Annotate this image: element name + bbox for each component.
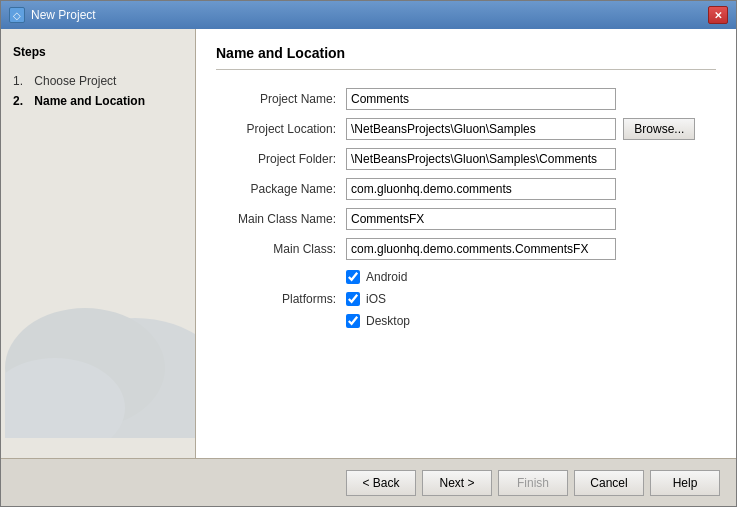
project-folder-row: Project Folder: bbox=[216, 144, 716, 174]
watermark bbox=[5, 238, 195, 438]
help-button[interactable]: Help bbox=[650, 470, 720, 496]
desktop-label: Desktop bbox=[366, 314, 410, 328]
project-name-row: Project Name: bbox=[216, 84, 716, 114]
ios-label: iOS bbox=[366, 292, 386, 306]
main-class-name-label: Main Class Name: bbox=[216, 204, 346, 234]
project-name-input[interactable] bbox=[346, 88, 616, 110]
step-2: 2. Name and Location bbox=[13, 91, 183, 111]
ios-checkbox[interactable] bbox=[346, 292, 360, 306]
android-checkbox-row: Android bbox=[346, 268, 716, 286]
window-title: New Project bbox=[31, 8, 96, 22]
sidebar: Steps 1. Choose Project 2. Name and Loca… bbox=[1, 29, 196, 458]
package-name-input[interactable] bbox=[346, 178, 616, 200]
platforms-label: Platforms: bbox=[216, 264, 346, 334]
ios-checkbox-row: iOS bbox=[346, 290, 716, 308]
package-name-label: Package Name: bbox=[216, 174, 346, 204]
title-bar: ◇ New Project ✕ bbox=[1, 1, 736, 29]
form-table: Project Name: Project Location: Browse..… bbox=[216, 84, 716, 334]
android-label: Android bbox=[366, 270, 407, 284]
back-button[interactable]: < Back bbox=[346, 470, 416, 496]
main-class-name-input[interactable] bbox=[346, 208, 616, 230]
project-location-row: Project Location: Browse... bbox=[216, 114, 716, 144]
project-folder-input[interactable] bbox=[346, 148, 616, 170]
panel-title: Name and Location bbox=[216, 45, 716, 70]
project-location-input[interactable] bbox=[346, 118, 616, 140]
next-button[interactable]: Next > bbox=[422, 470, 492, 496]
project-name-label: Project Name: bbox=[216, 84, 346, 114]
new-project-window: ◇ New Project ✕ Steps 1. Choose Project … bbox=[0, 0, 737, 507]
close-button[interactable]: ✕ bbox=[708, 6, 728, 24]
steps-heading: Steps bbox=[13, 45, 183, 59]
platforms-row: Platforms: Android iOS bbox=[216, 264, 716, 334]
browse-button[interactable]: Browse... bbox=[623, 118, 695, 140]
main-class-label: Main Class: bbox=[216, 234, 346, 264]
finish-button[interactable]: Finish bbox=[498, 470, 568, 496]
project-location-label: Project Location: bbox=[216, 114, 346, 144]
desktop-checkbox-row: Desktop bbox=[346, 312, 716, 330]
platforms-cell: Android iOS Desktop bbox=[346, 268, 716, 330]
title-bar-left: ◇ New Project bbox=[9, 7, 96, 23]
android-checkbox[interactable] bbox=[346, 270, 360, 284]
content-area: Steps 1. Choose Project 2. Name and Loca… bbox=[1, 29, 736, 458]
desktop-checkbox[interactable] bbox=[346, 314, 360, 328]
window-icon: ◇ bbox=[9, 7, 25, 23]
main-class-name-row: Main Class Name: bbox=[216, 204, 716, 234]
steps-list: 1. Choose Project 2. Name and Location bbox=[13, 71, 183, 111]
bottom-bar: < Back Next > Finish Cancel Help bbox=[1, 458, 736, 506]
project-folder-label: Project Folder: bbox=[216, 144, 346, 174]
main-class-row: Main Class: bbox=[216, 234, 716, 264]
package-name-row: Package Name: bbox=[216, 174, 716, 204]
main-panel: Name and Location Project Name: Project … bbox=[196, 29, 736, 458]
cancel-button[interactable]: Cancel bbox=[574, 470, 644, 496]
main-class-input[interactable] bbox=[346, 238, 616, 260]
step-1: 1. Choose Project bbox=[13, 71, 183, 91]
